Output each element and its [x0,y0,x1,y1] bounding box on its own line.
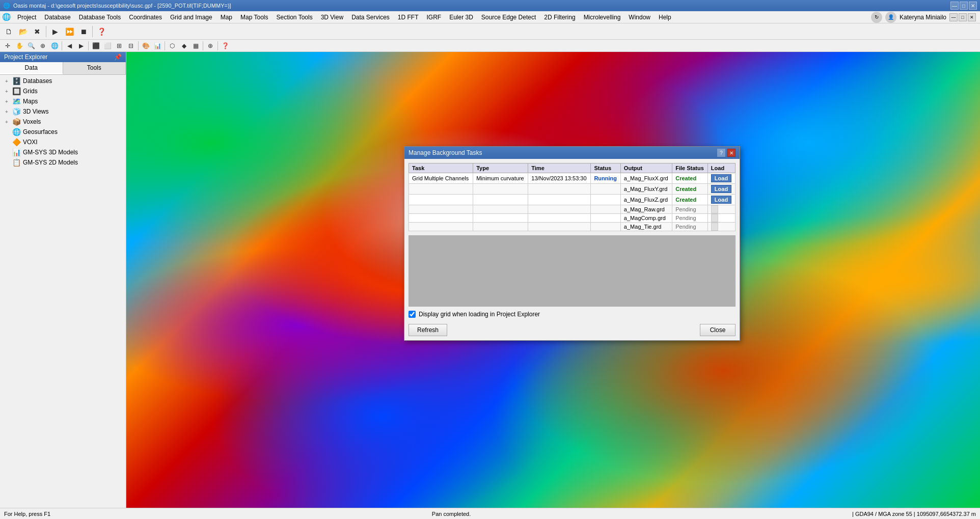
menu-igrf[interactable]: IGRF [423,12,446,23]
expand-grids-icon[interactable]: + [3,88,10,95]
expand-3dviews-icon[interactable]: + [3,108,10,115]
win-maximize-button[interactable]: □ [959,13,967,21]
menu-source-edge-detect[interactable]: Source Edge Detect [477,12,540,23]
row1-load-button[interactable]: Load [711,174,731,182]
statusbar-help: For Help, press F1 [4,511,50,517]
row6-output: a_Mag_Tie.grd [620,223,672,231]
help-button[interactable]: ❓ [95,25,108,38]
menu-euler-3d[interactable]: Euler 3D [445,12,477,23]
sidebar-item-grids[interactable]: + 🔲 Grids [1,86,125,96]
menu-1d-fft[interactable]: 1D FFT [394,12,423,23]
close-button[interactable]: ✖ [31,25,44,38]
sidebar-item-geosurfaces[interactable]: 🌐 Geosurfaces [1,127,125,137]
row1-type: Minimum curvature [473,173,528,184]
minimize-button[interactable]: — [950,2,959,10]
zoom-globe-button[interactable]: 🌐 [49,41,60,51]
geosurfaces-label: Geosurfaces [23,128,58,135]
menu-map[interactable]: Map [216,12,236,23]
add-tool-button[interactable]: ⊕ [205,41,216,51]
databases-icon: 🗄️ [12,77,21,85]
map-area[interactable]: Manage Background Tasks ? ✕ Task [126,52,980,508]
grid-tool-button[interactable]: ▦ [190,41,201,51]
menu-help[interactable]: Help [655,12,675,23]
col-status: Status [591,163,620,173]
select-tool-button[interactable]: ✛ [2,41,13,51]
menu-microlevelling[interactable]: Microlevelling [580,12,625,23]
map-toolbar: ✛ ✋ 🔍 ⊕ 🌐 ◀ ▶ ⬛ ⬜ ⊞ ⊟ 🎨 📊 ⬡ ◆ ▦ ⊕ ❓ [0,40,980,52]
menu-grid-and-image[interactable]: Grid and Image [166,12,216,23]
menu-project[interactable]: Project [13,12,40,23]
sidebar-pin-icon[interactable]: 📌 [114,53,122,61]
menu-database-tools[interactable]: Database Tools [75,12,125,23]
sidebar-item-3d-views[interactable]: + 🧊 3D Views [1,106,125,117]
menu-3d-view[interactable]: 3D View [317,12,347,23]
menu-map-tools[interactable]: Map Tools [236,12,272,23]
tab-tools[interactable]: Tools [63,62,126,74]
dialog-close-btn[interactable]: Close [700,324,736,336]
menu-section-tools[interactable]: Section Tools [273,12,317,23]
back-button[interactable]: ◀ [64,41,75,51]
menu-data-services[interactable]: Data Services [347,12,394,23]
row3-load-button[interactable]: Load [711,196,731,204]
row5-load-cell [707,214,735,223]
map-tool-1[interactable]: ⬛ [90,41,101,51]
row2-load-button[interactable]: Load [711,185,731,193]
map-tool-2[interactable]: ⬜ [102,41,113,51]
dialog-help-button[interactable]: ? [717,149,725,157]
display-grid-checkbox[interactable] [409,311,416,318]
expand-maps-icon[interactable]: + [3,98,10,105]
table-row: a_Mag_Raw.grd Pending [409,205,736,214]
app-icon: 🌐 [3,3,10,9]
menu-coordinates[interactable]: Coordinates [125,12,166,23]
map-tool-4[interactable]: ⊟ [125,41,137,51]
sidebar-item-voxels[interactable]: + 📦 Voxels [1,117,125,127]
menu-database[interactable]: Database [40,12,74,23]
chart-tool-button[interactable]: 📊 [152,41,163,51]
zoom-region-button[interactable]: 🔍 [25,41,37,51]
row1-time: 13/Nov/2023 13:53:30 [528,173,591,184]
gmsys3d-icon: 📊 [12,148,21,156]
forward-button[interactable]: ▶ [75,41,87,51]
play-fast-button[interactable]: ⏩ [63,25,76,38]
expand-databases-icon[interactable]: + [3,77,10,85]
play-button[interactable]: ▶ [48,25,62,38]
refresh-button[interactable]: Refresh [409,324,447,336]
sidebar-item-voxi[interactable]: 🔶 VOXI [1,137,125,147]
close-button[interactable]: ✕ [969,2,977,10]
open-button[interactable]: 📂 [16,25,30,38]
new-button[interactable]: 🗋 [2,25,15,38]
menu-2d-filtering[interactable]: 2D Filtering [540,12,579,23]
dialog-close-button[interactable]: ✕ [727,149,736,157]
sidebar-item-maps[interactable]: + 🗺️ Maps [1,96,125,106]
sidebar-item-gmsys2d[interactable]: 📋 GM-SYS 2D Models [1,157,125,168]
grids-label: Grids [23,88,38,95]
help2-button[interactable]: ❓ [220,41,231,51]
win-minimize-button[interactable]: — [949,13,958,21]
col-load: Load [707,163,735,173]
dialog-titlebar: Manage Background Tasks ? ✕ [404,147,740,159]
stop-button[interactable]: ⏹ [77,25,90,38]
menu-window[interactable]: Window [624,12,655,23]
display-grid-checkbox-row: Display grid when loading in Project Exp… [409,311,736,318]
table-row: a_Mag_FluxZ.grd Created Load [409,195,736,205]
toolbar2-sep-6 [217,41,218,50]
polygon-tool-button[interactable]: ⬡ [167,41,178,51]
win-close-button[interactable]: ✕ [968,13,976,21]
maximize-button[interactable]: □ [960,2,968,10]
3dviews-label: 3D Views [23,108,48,115]
titlebar-controls[interactable]: — □ ✕ [950,2,977,10]
row6-time [528,223,591,231]
sidebar-item-databases[interactable]: + 🗄️ Databases [1,76,125,86]
sidebar-item-gmsys3d[interactable]: 📊 GM-SYS 3D Models [1,147,125,157]
color-tool-button[interactable]: 🎨 [140,41,151,51]
statusbar: For Help, press F1 Pan completed. | GDA9… [0,508,980,519]
diamond-tool-button[interactable]: ◆ [178,41,189,51]
pan-tool-button[interactable]: ✋ [14,41,25,51]
table-row: Grid Multiple Channels Minimum curvature… [409,173,736,184]
map-tool-3[interactable]: ⊞ [114,41,125,51]
expand-voxels-icon[interactable]: + [3,118,10,125]
zoom-in-button[interactable]: ⊕ [37,41,48,51]
row3-status [591,195,620,205]
tab-data[interactable]: Data [0,62,63,74]
expand-gmsys2d-icon [3,159,10,166]
